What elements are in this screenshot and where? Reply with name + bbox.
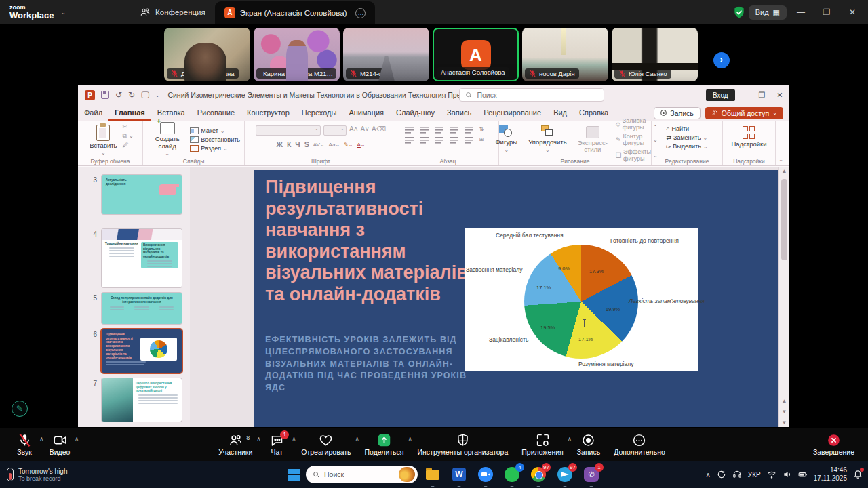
start-button[interactable] [288,469,300,481]
tab-options-icon[interactable]: … [355,8,366,18]
scroll-down-icon[interactable]: ▼ [779,420,789,426]
section-button[interactable]: Раздел ⌄ [190,145,240,152]
ppt-tab-запись[interactable]: Запись [441,105,477,121]
weather-widget[interactable]: Tomorrow's high To break record [7,468,142,482]
copy-button[interactable]: ⧉ ⌄ [123,132,134,140]
pie-chart-card[interactable]: Готовність до повторення17.3%Легкість за… [465,228,698,371]
tab-screen-share[interactable]: А Экран (Анастасія Соловйова) … [215,1,376,24]
taskbar-app-explorer[interactable] [424,466,441,483]
toolbar-host-tools-button[interactable]: Инструменты организатора [411,432,515,458]
ppt-tab-вид[interactable]: Вид [547,105,573,121]
collapse-ribbon-chevron-icon[interactable]: ⌄ [778,157,783,163]
ppt-close-button[interactable]: ✕ [771,87,789,102]
signin-button[interactable]: Вход [706,89,735,101]
reset-button[interactable]: Восстановить [190,136,240,143]
ppt-tab-справка[interactable]: Справка [573,105,614,121]
taskbar-clock[interactable]: 14:46 17.11.2025 [814,466,847,483]
slideshow-icon[interactable]: 🖵 [141,90,149,100]
scroll-up-icon[interactable]: ▲ [779,168,789,174]
toolbar-participants-button[interactable]: Участники∧8 [212,432,259,458]
minimize-button[interactable]: — [789,3,812,21]
find-button[interactable]: ⌕ Найти [666,125,707,132]
participant-tile[interactable]: Юлія Саєнко [612,28,698,81]
taskbar-app-chrome[interactable]: 97 [530,466,547,483]
quick-styles-button[interactable]: Экспресс-стили [575,125,610,155]
participant-tile[interactable]: AАнастасія Соловйова [433,28,519,81]
participant-tile[interactable]: носов Дарія [522,28,608,81]
font-style-Ч[interactable]: Ч [295,140,300,148]
font-style-К[interactable]: К [287,140,291,148]
taskbar-app-viber[interactable]: ✆1 [583,466,600,483]
layout-button[interactable]: Макет ⌄ [190,127,240,134]
convert-smartart-icon[interactable]: ⊞ [479,136,492,144]
ppt-tab-переходы[interactable]: Переходы [296,105,343,121]
redo-icon[interactable]: ↻ [128,90,135,100]
sync-icon[interactable] [717,470,726,479]
wifi-icon[interactable] [767,470,776,479]
annotate-pencil-button[interactable]: ✎ [12,401,28,417]
speaker-icon[interactable] [783,470,792,479]
ppt-tab-слайд-шоу[interactable]: Слайд-шоу [390,105,441,121]
arrange-button[interactable]: Упорядочить⌄ [526,124,570,155]
language-indicator[interactable]: УКР [748,471,761,479]
previous-slide-icon[interactable]: ▲ [779,398,789,404]
align-center-icon[interactable] [420,136,429,144]
ppt-tab-главная[interactable]: Главная [108,105,151,121]
tab-meeting[interactable]: Конференция [130,0,215,24]
slide-thumbnail[interactable]: Огляд популярних онлайн-додатків для інт… [102,293,182,324]
slide-title[interactable]: Підвищення результативності навчання з в… [265,177,475,305]
save-icon[interactable] [101,91,109,99]
participant-tile[interactable]: М214-сп [343,28,429,81]
view-button[interactable]: Вид ▦ [749,5,787,20]
font-style-buttons[interactable]: ЖКЧSAV⌄Аа⌄✎⌄А⌄ [276,140,365,148]
font-style-Ж[interactable]: Ж [276,140,283,148]
current-slide[interactable]: Підвищення результативності навчання з в… [254,170,778,427]
font-size-combo[interactable] [323,125,347,136]
format-painter-button[interactable]: 🖉 [123,142,134,148]
notification-bell-icon[interactable] [853,469,863,480]
font-style-S[interactable]: S [304,140,309,148]
ppt-titlebar[interactable]: P ↺ ↻ 🖵 ⌄ Синий Изометрические Элементы … [78,85,789,105]
vertical-scrollbar[interactable]: ▲ ▲ ▼ ▼ [778,167,789,427]
text-direction-icon[interactable]: ⇅ [479,126,492,134]
slide-thumbnail[interactable]: Традиційне навчанняВикористання візуальн… [102,229,182,287]
toolbar-more-button[interactable]: Дополнительно [607,432,672,458]
shrink-font-button[interactable]: A˅ [361,125,370,136]
taskbar-app-word[interactable]: W [450,466,468,483]
slide-thumbnail[interactable]: Підвищення результативності навчання з в… [102,329,182,373]
battery-icon[interactable] [798,470,808,479]
addins-button[interactable]: Надстройки [728,125,769,149]
taskbar-app-whatsapp[interactable]: 4 [503,466,521,483]
align-left-icon[interactable] [405,136,414,144]
new-slide-button[interactable]: Создать слайд⌄ [147,121,187,159]
shapes-button[interactable]: Фигуры⌄ [492,124,520,155]
ppt-minimize-button[interactable]: — [735,87,753,102]
headset-icon[interactable] [732,470,742,479]
toolbar-video-button[interactable]: Видео∧ [42,432,77,458]
select-button[interactable]: ▻ Выделить ⌄ [666,143,707,150]
grow-font-button[interactable]: A˄ [349,125,358,136]
toolbar-share-button[interactable]: Поделиться∧ [358,432,411,458]
justify-icon[interactable] [450,136,458,144]
toolbar-apps-button[interactable]: Приложения∧ [515,432,570,458]
ppt-tab-анимация[interactable]: Анимация [342,105,390,121]
ppt-search-box[interactable]: Поиск [459,88,604,102]
align-right-icon[interactable] [435,136,443,144]
slide-thumbnail[interactable]: Актуальність дослідження [102,175,182,214]
taskbar-app-telegram[interactable]: 97 [556,466,574,483]
ppt-restore-button[interactable]: ❐ [753,87,770,102]
scrollbar-thumb[interactable] [781,179,787,260]
tray-overflow-chevron-icon[interactable]: ∧ [706,471,711,479]
ppt-tab-рецензирование[interactable]: Рецензирование [477,105,547,121]
ppt-record-button[interactable]: Запись [654,107,700,119]
columns-icon[interactable] [465,136,473,144]
toolbar-chat-button[interactable]: Чат∧1 [259,432,294,458]
paste-button[interactable]: Вставить⌄ [87,123,119,158]
video-chevron-icon[interactable]: ∧ [75,436,79,442]
ppt-tab-файл[interactable]: Файл [78,105,108,121]
taskbar-app-zoom[interactable] [477,466,494,483]
ppt-tab-конструктор[interactable]: Конструктор [241,105,296,121]
ppt-tab-рисование[interactable]: Рисование [191,105,241,121]
next-slide-icon[interactable]: ▼ [779,409,789,415]
bullets-icon[interactable] [405,126,414,134]
